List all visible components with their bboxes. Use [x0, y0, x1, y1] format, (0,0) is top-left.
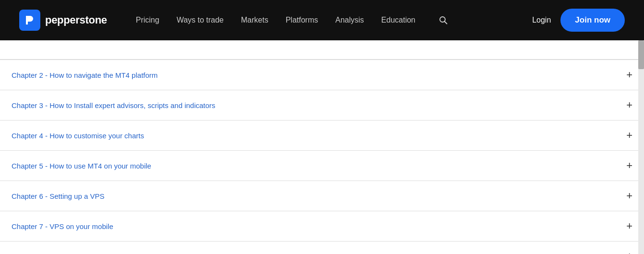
chapters-container: Chapter 2 - How to navigate the MT4 plat…	[0, 60, 644, 254]
chapter-item-ch4[interactable]: Chapter 4 - How to customise your charts…	[0, 121, 644, 151]
chapter-link-ch6[interactable]: Chapter 6 - Setting up a VPS	[12, 191, 104, 201]
nav-item-pricing[interactable]: Pricing	[136, 16, 159, 24]
chapter-item-ch2[interactable]: Chapter 2 - How to navigate the MT4 plat…	[0, 60, 644, 90]
search-icon	[438, 15, 448, 25]
join-button[interactable]: Join now	[560, 9, 625, 32]
chapter-toggle-ch2[interactable]: +	[626, 70, 632, 80]
login-button[interactable]: Login	[532, 16, 551, 24]
chapter-link-ch8[interactable]: Chapter 8 - Using scripts to be more pro…	[12, 252, 162, 254]
logo-link[interactable]: pepperstone	[19, 10, 107, 31]
chapter-toggle-ch8[interactable]: +	[626, 251, 632, 254]
scrollbar-thumb[interactable]	[638, 40, 644, 69]
navbar: pepperstone Pricing Ways to trade Market…	[0, 0, 644, 40]
chapter-toggle-ch5[interactable]: +	[626, 160, 632, 171]
chapter-toggle-ch4[interactable]: +	[626, 130, 632, 141]
navbar-actions: Login Join now	[532, 9, 625, 32]
nav-item-ways-to-trade[interactable]: Ways to trade	[177, 16, 224, 24]
chapter-link-ch7[interactable]: Chapter 7 - VPS on your mobile	[12, 221, 113, 231]
chapter-partial-top	[0, 40, 644, 60]
chapter-item-ch8[interactable]: Chapter 8 - Using scripts to be more pro…	[0, 242, 644, 254]
chapter-toggle-ch7[interactable]: +	[626, 221, 632, 231]
logo-text: pepperstone	[45, 14, 107, 26]
search-button[interactable]	[437, 13, 450, 27]
nav-item-education[interactable]: Education	[381, 16, 415, 24]
nav-item-markets[interactable]: Markets	[241, 16, 268, 24]
chapter-item-ch7[interactable]: Chapter 7 - VPS on your mobile+	[0, 211, 644, 242]
chapter-toggle-ch3[interactable]: +	[626, 100, 632, 110]
nav-item-analysis[interactable]: Analysis	[335, 16, 364, 24]
chapter-item-ch3[interactable]: Chapter 3 - How to Install expert adviso…	[0, 90, 644, 121]
chapter-link-ch2[interactable]: Chapter 2 - How to navigate the MT4 plat…	[12, 70, 158, 80]
chapter-item-ch5[interactable]: Chapter 5 - How to use MT4 on your mobil…	[0, 151, 644, 181]
nav-item-platforms[interactable]: Platforms	[286, 16, 318, 24]
logo-icon	[19, 10, 40, 31]
nav-menu: Pricing Ways to trade Markets Platforms …	[136, 13, 532, 27]
svg-line-1	[444, 22, 447, 24]
chapter-link-ch3[interactable]: Chapter 3 - How to Install expert adviso…	[12, 100, 215, 110]
chapter-link-ch4[interactable]: Chapter 4 - How to customise your charts	[12, 131, 144, 141]
chapter-item-ch6[interactable]: Chapter 6 - Setting up a VPS+	[0, 181, 644, 211]
chapter-toggle-ch6[interactable]: +	[626, 191, 632, 201]
scrollbar-track[interactable]	[638, 40, 644, 254]
main-content: Chapter 2 - How to navigate the MT4 plat…	[0, 40, 644, 254]
chapter-link-ch5[interactable]: Chapter 5 - How to use MT4 on your mobil…	[12, 161, 151, 171]
